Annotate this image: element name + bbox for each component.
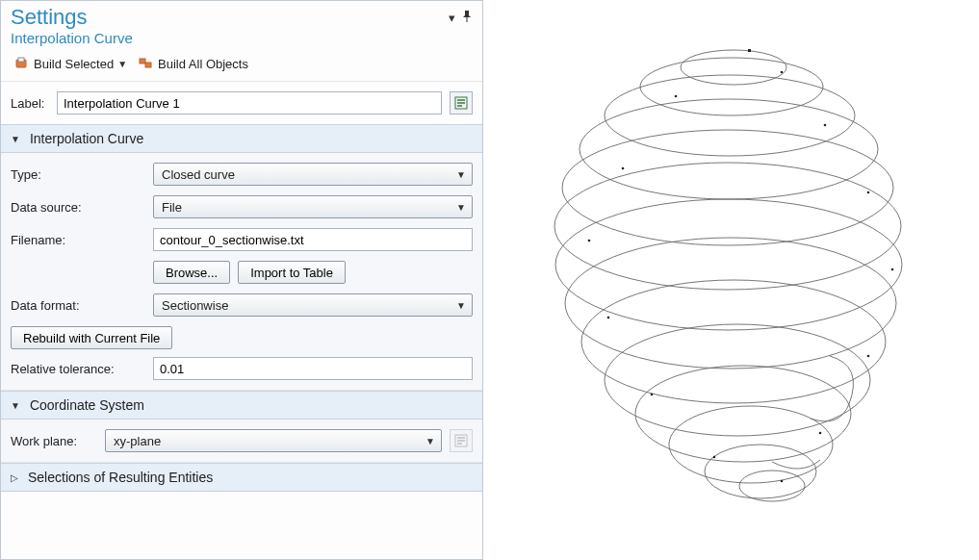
chevron-down-icon: ▼	[456, 202, 466, 213]
data-source-label: Data source:	[11, 200, 145, 215]
label-caption: Label:	[11, 96, 49, 111]
work-plane-value: xy-plane	[114, 434, 161, 448]
svg-point-32	[713, 456, 716, 459]
panel-title: Settings	[11, 5, 88, 30]
titlebar-controls: ▾	[449, 11, 473, 25]
section-title: Selections of Resulting Entities	[28, 470, 213, 485]
svg-point-22	[675, 95, 678, 98]
svg-point-25	[867, 191, 870, 194]
svg-rect-3	[145, 63, 151, 67]
svg-point-24	[622, 167, 625, 170]
svg-point-6	[681, 50, 786, 85]
svg-point-31	[819, 432, 822, 435]
section-header-interpolation-curve[interactable]: ▼ Interpolation Curve	[1, 124, 482, 153]
data-format-label: Data format:	[11, 298, 145, 313]
pin-icon[interactable]	[461, 11, 473, 25]
filename-label: Filename:	[11, 233, 145, 247]
svg-point-26	[588, 240, 591, 242]
svg-point-33	[781, 480, 784, 483]
svg-point-23	[824, 124, 827, 127]
section-header-selections[interactable]: ▷ Selections of Resulting Entities	[1, 463, 482, 492]
dropdown-icon[interactable]: ▾	[449, 11, 455, 25]
type-label: Type:	[11, 167, 145, 182]
svg-point-30	[651, 394, 654, 396]
svg-point-16	[635, 366, 851, 462]
settings-panel: Settings ▾ Interpolation Curve Build Sel…	[0, 0, 483, 560]
label-row: Label:	[1, 82, 482, 124]
svg-rect-20	[748, 49, 751, 52]
relative-tolerance-label: Relative tolerance:	[11, 362, 145, 376]
chevron-down-icon: ▼	[425, 436, 435, 446]
graphics-viewport[interactable]	[483, 0, 979, 560]
build-selected-button[interactable]: Build Selected ▼	[11, 54, 131, 73]
svg-rect-2	[140, 59, 145, 64]
panel-header: Settings ▾	[1, 1, 482, 30]
toolbar: Build Selected ▼ Build All Objects	[1, 50, 482, 82]
svg-point-15	[605, 324, 870, 436]
section-body-interpolation-curve: Type: Closed curve ▼ Data source: File ▼…	[1, 153, 482, 391]
work-plane-label: Work plane:	[11, 434, 97, 448]
type-value: Closed curve	[162, 167, 235, 182]
browse-button[interactable]: Browse...	[153, 261, 230, 284]
data-format-dropdown[interactable]: Sectionwise ▼	[153, 293, 473, 317]
section-title: Interpolation Curve	[30, 131, 143, 146]
svg-point-28	[607, 317, 610, 319]
rebuild-button[interactable]: Rebuild with Current File	[11, 326, 172, 349]
work-plane-dropdown[interactable]: xy-plane ▼	[105, 429, 442, 452]
section-header-coordinate-system[interactable]: ▼ Coordinate System	[1, 391, 482, 420]
panel-subtitle: Interpolation Curve	[1, 30, 482, 50]
chevron-down-icon: ▼	[11, 134, 20, 144]
svg-point-19	[739, 471, 805, 501]
svg-point-29	[867, 355, 870, 358]
svg-point-21	[781, 71, 784, 74]
svg-point-14	[581, 280, 886, 403]
wireframe-head-preview	[483, 0, 979, 560]
svg-rect-1	[18, 58, 24, 62]
chevron-down-icon: ▼	[117, 59, 127, 69]
label-input[interactable]	[57, 91, 442, 115]
chevron-down-icon: ▼	[11, 400, 20, 411]
build-all-icon	[139, 56, 154, 71]
build-selected-icon	[14, 56, 30, 71]
build-all-button[interactable]: Build All Objects	[135, 54, 252, 73]
chevron-down-icon: ▼	[456, 300, 466, 311]
svg-point-12	[555, 199, 902, 330]
svg-point-27	[891, 268, 894, 271]
svg-point-10	[562, 130, 893, 245]
build-selected-label: Build Selected	[34, 57, 114, 71]
data-format-value: Sectionwise	[162, 298, 228, 313]
import-to-table-button[interactable]: Import to Table	[238, 261, 346, 284]
svg-point-11	[554, 163, 901, 290]
relative-tolerance-input[interactable]	[153, 357, 473, 380]
label-link-button[interactable]	[450, 91, 473, 115]
data-source-dropdown[interactable]: File ▼	[153, 195, 473, 218]
svg-point-7	[640, 58, 823, 115]
section-body-coordinate-system: Work plane: xy-plane ▼	[1, 420, 482, 463]
build-all-label: Build All Objects	[158, 57, 248, 71]
svg-point-9	[580, 99, 878, 199]
chevron-right-icon: ▷	[11, 472, 18, 483]
work-plane-link-button	[450, 429, 473, 452]
type-dropdown[interactable]: Closed curve ▼	[153, 163, 473, 186]
data-source-value: File	[162, 200, 182, 215]
chevron-down-icon: ▼	[456, 169, 466, 180]
filename-input[interactable]	[153, 228, 473, 251]
section-title: Coordinate System	[30, 397, 144, 413]
